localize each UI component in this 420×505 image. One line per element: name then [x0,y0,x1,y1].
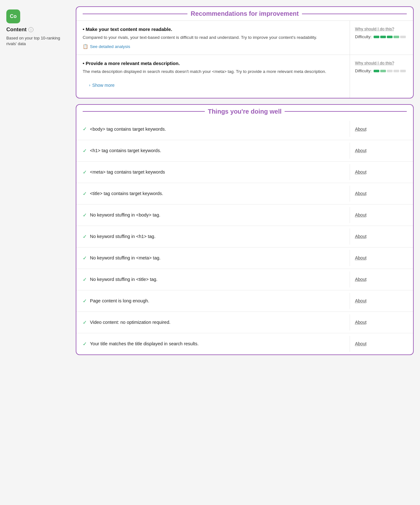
doing-well-line-right [285,111,407,112]
doing-well-content-3: ✓<meta> tag contains target keywords [76,164,350,180]
check-icon: ✓ [83,298,87,304]
doing-well-about-9: About [350,293,413,308]
doing-well-about-10: About [350,315,413,330]
doing-well-row-4: ✓<title> tag contains target keywords.Ab… [76,183,413,204]
difficulty-bars-2 [374,70,406,72]
diff-bar-4 [393,36,399,38]
diff2-bar-1 [374,70,379,72]
doing-well-text-1: <body> tag contains target keywords. [90,127,166,132]
doing-well-content-9: ✓Page content is long enough. [76,293,350,309]
right-panel: Recommendations for improvement Make you… [76,6,414,355]
doing-well-rows: ✓<body> tag contains target keywords.Abo… [76,118,413,354]
about-link-1[interactable]: About [355,127,367,132]
diff-bar-3 [387,36,393,38]
check-icon: ✓ [83,319,87,325]
diff-bar-1 [374,36,379,38]
doing-well-text-4: <title> tag contains target keywords. [90,191,163,196]
about-link-7[interactable]: About [355,255,367,260]
doing-well-content-11: ✓Your title matches the title displayed … [76,336,350,352]
rec-content-2: Provide a more relevant meta description… [76,55,350,98]
title-line-right [302,14,407,14]
about-link-10[interactable]: About [355,320,367,325]
doing-well-about-8: About [350,272,413,287]
diff2-bar-2 [380,70,386,72]
doing-well-row-5: ✓No keyword stuffing in <body> tag.About [76,204,413,226]
doing-well-content-5: ✓No keyword stuffing in <body> tag. [76,207,350,223]
rec-title-1: Make your text content more readable. [83,27,343,32]
diff2-bar-3 [387,70,393,72]
doing-well-content-1: ✓<body> tag contains target keywords. [76,121,350,137]
recommendations-title: Recommendations for improvement [191,10,299,17]
app-title: Content [6,27,27,33]
about-link-2[interactable]: About [355,148,367,153]
app-icon: Co [6,9,20,23]
doing-well-content-7: ✓No keyword stuffing in <meta> tag. [76,250,350,266]
doing-well-row-6: ✓No keyword stuffing in <h1> tag.About [76,226,413,247]
doing-well-text-10: Video content: no optimization required. [90,320,170,325]
doing-well-text-5: No keyword stuffing in <body> tag. [90,212,160,217]
about-link-11[interactable]: About [355,341,367,346]
doing-well-content-8: ✓No keyword stuffing in <title> tag. [76,271,350,288]
check-icon: ✓ [83,126,87,132]
difficulty-row-2: Difficulty: [355,68,408,73]
doing-well-row-9: ✓Page content is long enough.About [76,290,413,312]
rec-analysis-link[interactable]: 📋 See detailed analysis [83,44,343,49]
check-icon: ✓ [83,212,87,218]
info-icon[interactable]: i [28,27,33,32]
doing-well-row-7: ✓No keyword stuffing in <meta> tag.About [76,247,413,269]
about-link-3[interactable]: About [355,169,367,175]
doing-well-content-4: ✓<title> tag contains target keywords. [76,186,350,202]
doing-well-row-10: ✓Video content: no optimization required… [76,312,413,333]
difficulty-label-1: Difficulty: [355,34,372,39]
doing-well-about-7: About [350,250,413,265]
doing-well-about-4: About [350,186,413,201]
about-link-6[interactable]: About [355,234,367,239]
why-link-2[interactable]: Why should I do this? [355,61,408,65]
doing-well-line-left [83,111,205,112]
title-line-left [83,14,187,14]
rec-description-2: The meta description displayed in search… [83,68,343,75]
check-icon: ✓ [83,341,87,347]
check-icon: ✓ [83,148,87,154]
doing-well-content-6: ✓No keyword stuffing in <h1> tag. [76,229,350,245]
check-icon: ✓ [83,169,87,175]
doing-well-text-11: Your title matches the title displayed i… [90,341,198,346]
difficulty-bars-1 [374,36,406,38]
about-link-9[interactable]: About [355,298,367,303]
app-description: Based on your top 10-ranking rivals' dat… [6,35,69,47]
doing-well-title-bar: Things you're doing well [76,105,413,118]
doing-well-text-3: <meta> tag contains target keywords [90,169,165,175]
doing-well-text-8: No keyword stuffing in <title> tag. [90,277,157,282]
check-icon: ✓ [83,276,87,282]
doing-well-title: Things you're doing well [208,108,282,115]
about-link-4[interactable]: About [355,191,367,196]
doing-well-about-11: About [350,336,413,351]
why-link-1[interactable]: Why should I do this? [355,27,408,31]
show-more-link[interactable]: › Show more [83,78,343,92]
check-icon: ✓ [83,255,87,261]
about-link-5[interactable]: About [355,212,367,217]
rec-content-1: Make your text content more readable. Co… [76,21,350,55]
check-icon: ✓ [83,234,87,240]
doing-well-about-5: About [350,207,413,223]
doing-well-about-3: About [350,164,413,180]
rec-why-2: Why should I do this? Difficulty: [350,55,413,98]
doing-well-text-2: <h1> tag contains target keywords. [90,148,161,153]
about-link-8[interactable]: About [355,277,367,282]
analysis-link-icon: 📋 [83,44,88,49]
diff2-bar-5 [400,70,406,72]
diff-bar-5 [400,36,406,38]
recommendations-title-bar: Recommendations for improvement [76,7,413,21]
app-title-row: Content i [6,27,69,33]
recommendation-row-1: Make your text content more readable. Co… [76,21,413,55]
doing-well-row-3: ✓<meta> tag contains target keywordsAbou… [76,161,413,183]
doing-well-row-2: ✓<h1> tag contains target keywords.About [76,140,413,161]
recommendation-row-2: Provide a more relevant meta description… [76,55,413,98]
diff2-bar-4 [393,70,399,72]
doing-well-about-2: About [350,143,413,158]
chevron-right-icon: › [89,83,90,87]
doing-well-row-1: ✓<body> tag contains target keywords.Abo… [76,118,413,140]
recommendations-section: Recommendations for improvement Make you… [76,6,414,98]
check-icon: ✓ [83,191,87,197]
left-panel: Co Content i Based on your top 10-rankin… [6,6,76,355]
